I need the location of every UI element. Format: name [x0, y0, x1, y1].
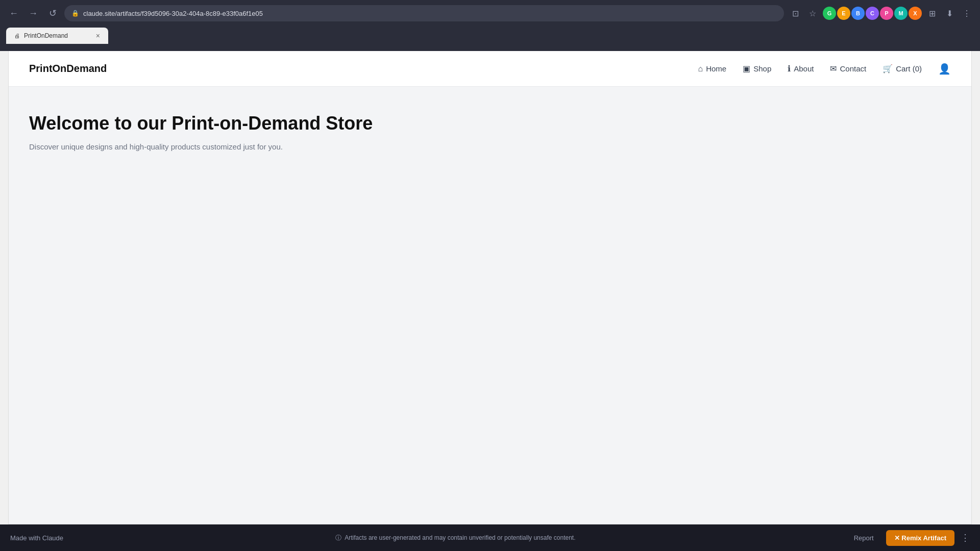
- page-subtitle: Discover unique designs and high-quality…: [29, 142, 951, 151]
- contact-icon: ✉: [830, 64, 837, 73]
- nav-cart-label: Cart (0): [896, 64, 922, 73]
- address-text: claude.site/artifacts/f39d5096-30a2-404a…: [83, 10, 777, 17]
- bottom-menu-button[interactable]: ⋮: [961, 532, 970, 543]
- user-account-icon[interactable]: 👤: [938, 63, 951, 75]
- settings-button[interactable]: ⋮: [960, 6, 974, 20]
- site-nav: ⌂ Home ▣ Shop ℹ About ✉ Contact 🛒 Car: [698, 63, 951, 75]
- ext-icon-7[interactable]: X: [909, 7, 922, 20]
- ext-icon-2[interactable]: E: [837, 7, 850, 20]
- home-icon: ⌂: [698, 64, 703, 73]
- cast-button[interactable]: ⊡: [788, 6, 802, 20]
- report-button[interactable]: Report: [848, 531, 880, 545]
- nav-contact-label: Contact: [840, 64, 866, 73]
- back-button[interactable]: ←: [6, 6, 21, 21]
- about-icon: ℹ: [788, 64, 791, 73]
- extensions-button[interactable]: ⊞: [925, 6, 939, 20]
- bookmark-button[interactable]: ☆: [805, 6, 820, 20]
- nav-home-label: Home: [706, 64, 726, 73]
- tab-close-button[interactable]: ×: [96, 32, 100, 40]
- reload-button[interactable]: ↺: [45, 6, 60, 21]
- nav-home[interactable]: ⌂ Home: [698, 64, 727, 73]
- site-logo[interactable]: PrintOnDemand: [29, 63, 107, 74]
- ext-icon-5[interactable]: P: [880, 7, 893, 20]
- page-wrapper: PrintOnDemand ⌂ Home ▣ Shop ℹ About ✉ Co…: [0, 51, 980, 524]
- nav-about[interactable]: ℹ About: [788, 64, 814, 73]
- made-with-label: Made with Claude: [10, 534, 63, 542]
- nav-shop-label: Shop: [753, 64, 771, 73]
- forward-button[interactable]: →: [26, 6, 41, 21]
- ext-icon-3[interactable]: B: [851, 7, 865, 20]
- browser-chrome: ← → ↺ 🔒 claude.site/artifacts/f39d5096-3…: [0, 0, 980, 51]
- bottom-bar: Made with Claude ⓘ Artifacts are user-ge…: [0, 524, 980, 551]
- tab-title: PrintOnDemand: [24, 32, 68, 39]
- remix-button[interactable]: ✕ Remix Artifact: [886, 530, 954, 546]
- info-icon: ⓘ: [335, 534, 341, 542]
- address-bar[interactable]: 🔒 claude.site/artifacts/f39d5096-30a2-40…: [64, 5, 784, 21]
- disclaimer-text: Artifacts are user-generated and may con…: [345, 534, 575, 541]
- browser-action-buttons: ⊡ ☆ G E B C P M X ⊞ ⬇ ⋮: [788, 6, 974, 20]
- bottom-bar-right: Report ✕ Remix Artifact ⋮: [848, 530, 970, 546]
- nav-contact[interactable]: ✉ Contact: [830, 64, 866, 73]
- nav-cart[interactable]: 🛒 Cart (0): [883, 64, 922, 73]
- extension-icons: G E B C P M X: [823, 7, 922, 20]
- tab-favicon: 🖨: [14, 33, 20, 39]
- site-container: PrintOnDemand ⌂ Home ▣ Shop ℹ About ✉ Co…: [8, 51, 972, 524]
- download-button[interactable]: ⬇: [942, 6, 957, 20]
- browser-tabs: 🖨 PrintOnDemand ×: [6, 26, 974, 44]
- site-main: Welcome to our Print-on-Demand Store Dis…: [9, 87, 971, 524]
- shop-icon: ▣: [743, 64, 750, 73]
- nav-shop[interactable]: ▣ Shop: [743, 64, 771, 73]
- site-header: PrintOnDemand ⌂ Home ▣ Shop ℹ About ✉ Co…: [9, 51, 971, 87]
- lock-icon: 🔒: [71, 10, 79, 17]
- page-title: Welcome to our Print-on-Demand Store: [29, 112, 951, 134]
- ext-icon-6[interactable]: M: [894, 7, 908, 20]
- ext-icon-1[interactable]: G: [823, 7, 836, 20]
- nav-about-label: About: [794, 64, 814, 73]
- active-tab[interactable]: 🖨 PrintOnDemand ×: [6, 28, 108, 44]
- browser-top-bar: ← → ↺ 🔒 claude.site/artifacts/f39d5096-3…: [6, 4, 974, 22]
- ext-icon-4[interactable]: C: [866, 7, 879, 20]
- disclaimer-area: ⓘ Artifacts are user-generated and may c…: [335, 534, 575, 542]
- cart-icon: 🛒: [883, 64, 893, 73]
